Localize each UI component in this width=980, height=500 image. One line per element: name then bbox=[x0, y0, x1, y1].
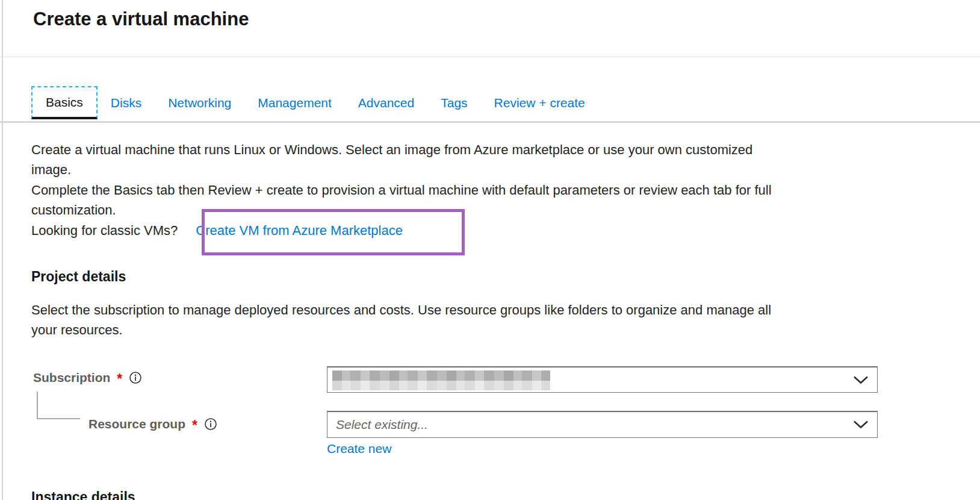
intro-line-1: Create a virtual machine that runs Linux… bbox=[31, 140, 772, 160]
resource-group-dropdown[interactable]: Select existing... bbox=[327, 411, 878, 438]
project-details-heading: Project details bbox=[31, 269, 126, 285]
create-new-link[interactable]: Create new bbox=[327, 442, 391, 456]
subscription-label: Subscription bbox=[33, 370, 110, 385]
project-details-description: Select the subscription to manage deploy… bbox=[31, 300, 771, 340]
resource-group-placeholder: Select existing... bbox=[336, 417, 428, 432]
tab-bar: Basics Disks Networking Management Advan… bbox=[31, 86, 612, 119]
tab-networking[interactable]: Networking bbox=[168, 86, 231, 119]
classic-vms-prompt: Looking for classic VMs? bbox=[31, 223, 178, 238]
tab-disks[interactable]: Disks bbox=[111, 86, 141, 119]
tab-basics[interactable]: Basics bbox=[31, 86, 98, 119]
intro-line-3: Complete the Basics tab then Review + cr… bbox=[31, 180, 772, 200]
info-icon[interactable] bbox=[129, 371, 142, 384]
project-details-description-line-1: Select the subscription to manage deploy… bbox=[31, 300, 771, 320]
intro-line-2: image. bbox=[31, 160, 772, 180]
intro-line-4: customization. bbox=[31, 200, 772, 220]
tab-tags[interactable]: Tags bbox=[441, 86, 467, 119]
tab-management[interactable]: Management bbox=[258, 86, 332, 119]
intro-text: Create a virtual machine that runs Linux… bbox=[31, 140, 772, 240]
info-icon[interactable] bbox=[204, 417, 217, 431]
tab-bar-divider bbox=[0, 121, 980, 123]
required-asterisk: * bbox=[117, 371, 122, 387]
required-asterisk: * bbox=[192, 417, 197, 434]
chevron-down-icon bbox=[853, 375, 869, 384]
chevron-down-icon bbox=[853, 420, 869, 430]
tab-review-create[interactable]: Review + create bbox=[494, 86, 585, 119]
tab-advanced[interactable]: Advanced bbox=[358, 86, 414, 119]
subscription-dropdown[interactable] bbox=[327, 366, 878, 393]
page-left-border bbox=[2, 0, 3, 500]
resource-group-label: Resource group bbox=[88, 417, 185, 431]
create-vm-marketplace-link[interactable]: Create VM from Azure Marketplace bbox=[196, 223, 403, 238]
instance-details-heading: Instance details bbox=[31, 489, 135, 500]
subscription-label-row: Subscription * bbox=[33, 369, 142, 387]
create-vm-page: Create a virtual machine Basics Disks Ne… bbox=[0, 0, 980, 500]
subscription-redacted-value bbox=[332, 370, 550, 390]
page-title: Create a virtual machine bbox=[33, 8, 249, 30]
classic-vms-line: Looking for classic VMs?Create VM from A… bbox=[31, 220, 772, 240]
resource-group-label-row: Resource group * bbox=[88, 415, 217, 433]
resource-group-tree-connector bbox=[37, 392, 80, 419]
header-divider bbox=[0, 57, 980, 57]
project-details-description-line-2: your resources. bbox=[31, 320, 771, 340]
